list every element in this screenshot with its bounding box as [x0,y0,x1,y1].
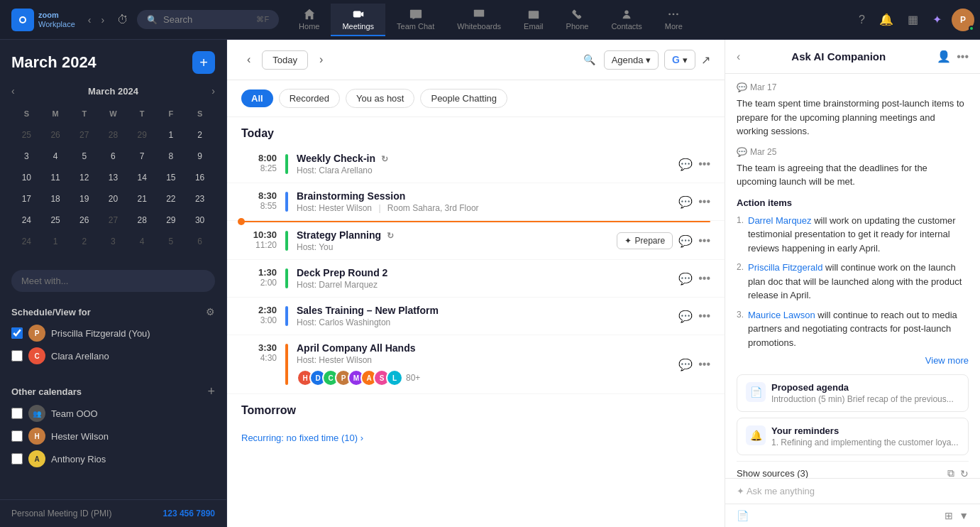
mini-cal-day[interactable]: 26 [70,210,98,230]
mini-cal-day[interactable]: 2 [186,125,214,145]
mini-cal-day[interactable]: 14 [128,168,156,188]
mini-cal-day[interactable]: 9 [186,146,214,166]
tab-meetings[interactable]: Meetings [331,4,385,36]
more-button-1[interactable]: ••• [698,158,710,170]
mini-cal-day[interactable]: 1 [42,232,70,251]
pmi-number[interactable]: 123 456 7890 [163,509,215,518]
agenda-view-selector[interactable]: Agenda ▾ [604,50,659,70]
mini-cal-day[interactable]: 15 [158,168,185,188]
mini-cal-day[interactable]: 27 [99,210,127,230]
action-link-2[interactable]: Priscilla Fitzgerald [748,262,822,273]
forward-button[interactable]: › [97,11,109,28]
mini-cal-day[interactable]: 26 [42,125,70,145]
view-more-link[interactable]: View more [737,355,969,366]
mini-cal-day[interactable]: 6 [186,232,214,251]
more-button-5[interactable]: ••• [698,310,710,322]
mini-cal-day[interactable]: 16 [186,168,214,188]
today-button[interactable]: Today [262,50,308,70]
notifications-button[interactable]: 🔔 [875,9,898,31]
history-button[interactable]: ⏱ [111,11,134,29]
prev-period-button[interactable]: ‹ [241,50,256,69]
ai-bottom-grid-button[interactable]: ⊞ [945,510,953,521]
more-button-3[interactable]: ••• [698,234,710,247]
search-calendar-button[interactable]: 🔍 [580,51,598,68]
action-link-3[interactable]: Maurice Lawson [748,310,815,320]
add-calendar-button[interactable]: + [207,384,215,399]
more-button-4[interactable]: ••• [698,272,710,285]
mini-cal-day[interactable]: 19 [70,189,98,209]
refresh-sources-button[interactable]: ↻ [960,467,969,478]
mini-cal-day[interactable]: 18 [42,189,70,209]
ai-companion-button[interactable]: ✦ [928,9,946,31]
mini-cal-day[interactable]: 20 [99,189,127,209]
chat-button-6[interactable]: 💬 [678,358,693,371]
mini-cal-day[interactable]: 10 [13,168,40,188]
external-link-button[interactable]: ↗ [701,53,710,67]
more-button-6[interactable]: ••• [698,358,710,371]
ai-more-button[interactable]: ••• [957,50,969,63]
mini-cal-day[interactable]: 25 [13,125,40,145]
tab-whiteboards[interactable]: Whiteboards [446,4,512,36]
mini-cal-day[interactable]: 25 [42,210,70,230]
mini-cal-day[interactable]: 8 [158,146,185,166]
recurring-link[interactable]: Recurring: no fixed time (10) › [241,433,363,443]
calendar-checkbox-priscilla[interactable] [11,327,23,339]
avatar[interactable]: P [952,9,974,31]
prev-month-button[interactable]: ‹ [11,85,15,97]
mini-cal-day[interactable]: 24 [13,232,40,251]
filter-recorded-button[interactable]: Recorded [279,89,340,108]
mini-cal-day[interactable]: 22 [158,189,185,209]
tab-email[interactable]: Email [512,4,555,36]
schedule-settings-button[interactable]: ⚙ [206,306,215,317]
mini-cal-day[interactable]: 28 [128,210,156,230]
tab-more[interactable]: More [654,4,694,36]
sources-label[interactable]: Show sources (3) [737,468,808,478]
mini-cal-day[interactable]: 30 [186,210,214,230]
ai-bottom-doc-button[interactable]: 📄 [737,510,749,521]
mini-cal-day[interactable]: 24 [13,210,40,230]
mini-cal-day[interactable]: 17 [13,189,40,209]
add-event-button[interactable]: + [192,51,215,74]
mini-cal-day[interactable]: 27 [70,125,98,145]
cal-checkbox-hester[interactable] [11,430,23,442]
layout-button[interactable]: ▦ [903,9,923,31]
tab-phone[interactable]: Phone [555,4,600,36]
mini-cal-day[interactable]: 4 [42,146,70,166]
mini-cal-day[interactable]: 29 [158,210,185,230]
next-month-button[interactable]: › [211,85,215,97]
mini-cal-day[interactable]: 23 [186,189,214,209]
ai-account-button[interactable]: 👤 [937,50,951,63]
cal-checkbox-anthony[interactable] [11,453,23,464]
filter-chatting-button[interactable]: People Chatting [420,89,507,108]
ai-bottom-filter-button[interactable]: ▼ [959,510,969,521]
mini-cal-day[interactable]: 29 [128,125,156,145]
next-period-button[interactable]: › [314,50,329,69]
mini-cal-day[interactable]: 3 [99,232,127,251]
mini-cal-day[interactable]: 3 [13,146,40,166]
meet-with-input[interactable] [11,270,215,292]
action-link-1[interactable]: Darrel Marquez [748,215,812,226]
google-calendar-button[interactable]: G ▾ [664,50,695,70]
mini-cal-day[interactable]: 12 [70,168,98,188]
mini-cal-day[interactable]: 5 [70,146,98,166]
mini-cal-day[interactable]: 21 [128,189,156,209]
more-button-2[interactable]: ••• [698,195,710,208]
calendar-checkbox-clara[interactable] [11,350,23,362]
chat-button-1[interactable]: 💬 [678,158,693,171]
chat-button-2[interactable]: 💬 [678,195,693,209]
mini-cal-day[interactable]: 4 [128,232,156,251]
filter-all-button[interactable]: All [241,89,273,107]
mini-cal-day[interactable]: 1 [158,125,185,145]
back-button[interactable]: ‹ [84,11,96,28]
mini-cal-day[interactable]: 28 [99,125,127,145]
mini-cal-day[interactable]: 2 [70,232,98,251]
cal-checkbox-team-ooo[interactable] [11,408,23,419]
prepare-button-3[interactable]: ✦ Prepare [617,232,673,249]
mini-cal-day[interactable]: 13 [99,168,127,188]
filter-host-button[interactable]: You as host [346,89,414,108]
tab-home[interactable]: Home [287,4,331,36]
ai-panel-collapse-button[interactable]: ‹ [737,50,740,63]
mini-cal-day[interactable]: 7 [128,146,156,166]
copy-sources-button[interactable]: ⧉ [947,467,954,478]
mini-cal-day[interactable]: 5 [158,232,185,251]
